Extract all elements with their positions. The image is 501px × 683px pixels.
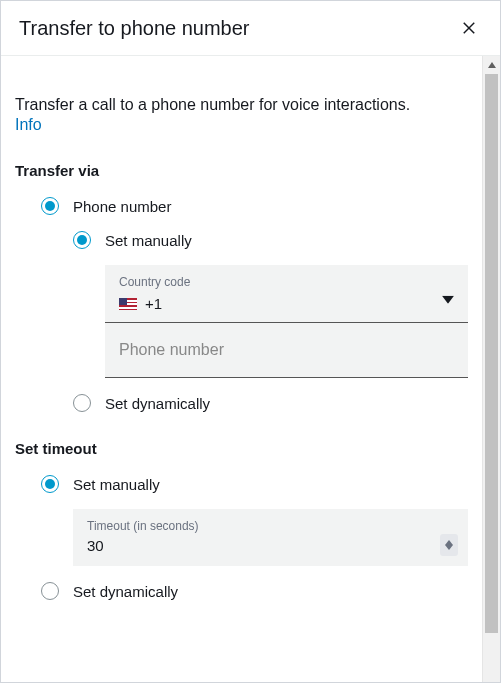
- info-link[interactable]: Info: [15, 116, 42, 133]
- transfer-panel: Transfer to phone number Transfer a call…: [0, 0, 501, 683]
- timeout-group: Set manually Timeout (in seconds) 30 Se: [15, 475, 468, 600]
- radio-label: Set dynamically: [73, 583, 178, 600]
- radio-set-dynamically-phone[interactable]: Set dynamically: [73, 394, 468, 412]
- chevron-down-icon: [445, 545, 453, 550]
- scrollbar-up-button[interactable]: [483, 56, 500, 74]
- radio-phone-number[interactable]: Phone number: [41, 197, 468, 215]
- country-code-value: +1: [145, 295, 162, 312]
- scrollbar-thumb[interactable]: [485, 74, 498, 633]
- phone-number-placeholder: Phone number: [119, 341, 224, 358]
- radio-label: Phone number: [73, 198, 171, 215]
- us-flag-icon: [119, 298, 137, 310]
- close-button[interactable]: [456, 15, 482, 41]
- transfer-via-group: Phone number Set manually Country code +…: [15, 197, 468, 412]
- radio-label: Set dynamically: [105, 395, 210, 412]
- scrollbar-track[interactable]: [483, 74, 500, 682]
- phone-number-subgroup: Set manually Country code +1: [41, 231, 468, 412]
- timeout-label: Timeout (in seconds): [87, 519, 454, 533]
- timeout-value: 30: [87, 537, 454, 554]
- scrollbar[interactable]: [482, 56, 500, 682]
- svg-marker-5: [488, 62, 496, 68]
- chevron-down-icon: [442, 291, 454, 307]
- panel-body-wrapper: Transfer a call to a phone number for vo…: [1, 56, 500, 682]
- radio-icon: [41, 197, 59, 215]
- country-code-label: Country code: [119, 275, 454, 289]
- chevron-up-icon: [487, 60, 497, 70]
- transfer-via-heading: Transfer via: [15, 162, 468, 179]
- timeout-stepper[interactable]: [440, 534, 458, 556]
- radio-label: Set manually: [73, 476, 160, 493]
- close-icon: [460, 19, 478, 37]
- panel-title: Transfer to phone number: [19, 17, 250, 40]
- country-code-select[interactable]: Country code +1: [105, 265, 468, 323]
- phone-number-input[interactable]: Phone number: [105, 323, 468, 378]
- radio-set-dynamically-timeout[interactable]: Set dynamically: [41, 582, 468, 600]
- panel-header: Transfer to phone number: [1, 1, 500, 56]
- svg-marker-4: [445, 545, 453, 550]
- radio-label: Set manually: [105, 232, 192, 249]
- timeout-field-block: Timeout (in seconds) 30: [73, 509, 468, 566]
- phone-fields: Country code +1 Phone number: [105, 265, 468, 378]
- svg-marker-2: [442, 296, 454, 304]
- panel-description: Transfer a call to a phone number for vo…: [15, 94, 468, 116]
- panel-body: Transfer a call to a phone number for vo…: [1, 56, 482, 682]
- radio-icon: [41, 582, 59, 600]
- radio-set-manually-phone[interactable]: Set manually: [73, 231, 468, 249]
- timeout-input[interactable]: Timeout (in seconds) 30: [73, 509, 468, 566]
- radio-icon: [73, 394, 91, 412]
- radio-icon: [41, 475, 59, 493]
- set-timeout-heading: Set timeout: [15, 440, 468, 457]
- radio-icon: [73, 231, 91, 249]
- radio-set-manually-timeout[interactable]: Set manually: [41, 475, 468, 493]
- country-code-value-row: +1: [119, 295, 454, 312]
